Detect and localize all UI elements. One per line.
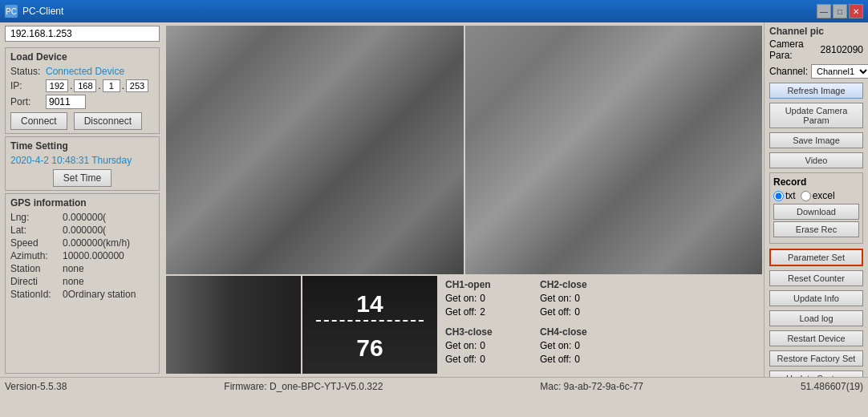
ch4-get-on-row: Get on: 0: [540, 340, 604, 351]
ch4-get-on-val: 0: [574, 340, 580, 351]
txt-radio[interactable]: [773, 191, 784, 201]
camera-para-value: 28102090: [821, 44, 863, 55]
ch1-stats: CH1-open Get on: 0 Get off: 2 CH3-close …: [445, 279, 509, 370]
gps-stationid-key: StationId:: [10, 289, 63, 300]
download-button[interactable]: Download: [773, 204, 859, 220]
ip-input-group: . . .: [46, 79, 148, 92]
ch3-get-off-val: 0: [480, 354, 485, 365]
ch2-get-off-row: Get off: 0: [540, 306, 604, 318]
gps-azimuth-val: 10000.000000: [63, 250, 124, 261]
gps-stationid-val: 0Ordinary station: [63, 289, 136, 300]
ch2-get-off-val: 0: [574, 306, 580, 318]
refresh-image-button[interactable]: Refresh Image: [769, 83, 863, 99]
ch1-title: CH1-open: [445, 279, 509, 290]
gps-lng-val: 0.000000(: [63, 212, 106, 223]
title-bar: PC PC-Client — □ ✕: [0, 0, 868, 22]
time-setting-title: Time Setting: [10, 140, 154, 152]
ch4-get-off-row: Get off: 0: [540, 354, 604, 365]
reset-counter-button[interactable]: Reset Counter: [769, 270, 863, 286]
video-feed-right: [465, 26, 763, 274]
gps-speed-val: 0.000000(km/h): [63, 237, 130, 249]
gps-lat-row: Lat: 0.000000(: [10, 225, 154, 236]
close-button[interactable]: ✕: [849, 4, 863, 18]
camera-para-row: Camera Para: 28102090: [769, 38, 863, 61]
version-text: Version-5.5.38: [5, 381, 67, 392]
gps-directi-row: Directi none: [10, 276, 154, 287]
ch1-get-off-row: Get off: 2: [445, 306, 509, 318]
dashed-divider: [316, 320, 424, 322]
ch3-get-on-val: 0: [480, 340, 485, 351]
ch1-get-off-val: 2: [480, 306, 485, 318]
ip-octet-2[interactable]: [74, 79, 96, 92]
status-value: Connected Device: [46, 66, 124, 77]
maximize-button[interactable]: □: [833, 4, 847, 18]
set-time-button[interactable]: Set Time: [53, 169, 112, 187]
load-log-button[interactable]: Load log: [769, 310, 863, 326]
update-camera-param-button[interactable]: Update Camera Param: [769, 103, 863, 128]
video-button[interactable]: Video: [769, 152, 863, 168]
gps-speed-row: Speed 0.000000(km/h): [10, 237, 154, 249]
save-image-button[interactable]: Save Image: [769, 132, 863, 148]
status-bar: Version-5.5.38 Firmware: D_one-BPC-YTJ-V…: [0, 377, 868, 395]
video-small-right: 14 76: [302, 276, 437, 374]
update-info-button[interactable]: Update Info: [769, 290, 863, 306]
video-bottom-row: 14 76 CH1-open Get on: 0 Get off:: [166, 276, 762, 374]
video-feed-left: [166, 26, 464, 274]
video-number-bottom: 76: [356, 334, 383, 362]
erase-rec-button[interactable]: Erase Rec: [773, 221, 859, 237]
gps-station-row: Station none: [10, 263, 154, 274]
gps-azimuth-row: Azimuth: 10000.000000: [10, 250, 154, 261]
left-panel: 192.168.1.253 Load Device Status: Connec…: [0, 22, 164, 377]
gps-azimuth-key: Azimuth:: [10, 250, 63, 261]
ip-octet-1[interactable]: [46, 79, 68, 92]
ip-octet-4[interactable]: [126, 79, 148, 92]
ch2-title: CH2-close: [540, 279, 604, 290]
ch1-get-on-label: Get on:: [445, 293, 477, 304]
coord-text: 51.486607(19): [801, 381, 863, 392]
txt-radio-label[interactable]: txt: [773, 190, 796, 201]
excel-radio-label[interactable]: excel: [801, 190, 835, 201]
gps-directi-key: Directi: [10, 276, 63, 287]
video-number-top: 14: [356, 290, 383, 318]
port-input[interactable]: [46, 95, 86, 109]
ch4-get-off-val: 0: [574, 354, 580, 365]
restore-factory-button[interactable]: Restore Factory Set: [769, 350, 863, 366]
video-small-left: [166, 276, 301, 374]
disconnect-button[interactable]: Disconnect: [74, 112, 142, 130]
gps-lat-key: Lat:: [10, 225, 63, 236]
center-panel: 14 76 CH1-open Get on: 0 Get off:: [164, 22, 764, 377]
channel-label: Channel:: [769, 66, 808, 77]
channel-pic-title: Channel pic: [769, 26, 863, 37]
ip-tab[interactable]: 192.168.1.253: [5, 26, 160, 42]
ch3-title: CH3-close: [445, 326, 509, 338]
ch2-get-on-row: Get on: 0: [540, 293, 604, 304]
record-title: Record: [773, 176, 859, 188]
window-controls: — □ ✕: [817, 4, 863, 18]
minimize-button[interactable]: —: [817, 4, 831, 18]
restart-device-button[interactable]: Restart Device: [769, 330, 863, 346]
ch3-get-off-label: Get off:: [445, 354, 477, 365]
load-device-title: Load Device: [10, 51, 154, 63]
video-top-row: [166, 26, 762, 274]
firmware-text: Firmware: D_one-BPC-YTJ-V5.0.322: [224, 381, 383, 392]
ch4-title: CH4-close: [540, 326, 604, 338]
ch3-get-on-row: Get on: 0: [445, 340, 509, 351]
connect-button[interactable]: Connect: [10, 112, 67, 130]
port-label: Port:: [10, 96, 43, 107]
txt-label: txt: [785, 190, 796, 201]
ip-label: IP:: [10, 80, 43, 91]
channel-row: Channel: Channel1: [769, 64, 863, 79]
ch2-get-on-label: Get on:: [540, 293, 571, 304]
gps-lat-val: 0.000000(: [63, 225, 106, 236]
ch2-get-on-val: 0: [574, 293, 580, 304]
update-system-button[interactable]: Update System: [769, 370, 863, 377]
status-label: Status:: [10, 66, 43, 77]
ip-octet-3[interactable]: [103, 79, 120, 92]
gps-station-key: Station: [10, 263, 63, 274]
channel-select[interactable]: Channel1: [811, 64, 868, 79]
excel-radio[interactable]: [801, 191, 811, 201]
right-panel: Channel pic Camera Para: 28102090 Channe…: [764, 22, 868, 377]
gps-lng-key: Lng:: [10, 212, 63, 223]
record-section: Record txt excel Download Erase Rec: [769, 172, 863, 244]
parameter-set-button[interactable]: Parameter Set: [769, 249, 863, 266]
